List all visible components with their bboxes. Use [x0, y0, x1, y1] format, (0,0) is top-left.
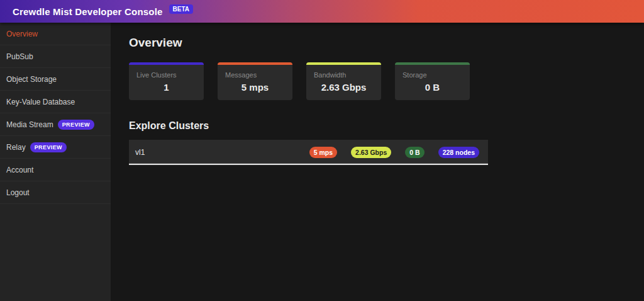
stat-value: 0 B [395, 82, 470, 93]
stat-accent-bar [218, 62, 292, 65]
preview-badge: PREVIEW [30, 142, 67, 152]
sidebar-item-label: Media Stream [6, 120, 53, 129]
sidebar-item-label: Relay [6, 143, 26, 152]
sidebar-item-key-value-database[interactable]: Key-Value Database [0, 91, 111, 113]
explore-clusters-title: Explore Clusters [129, 120, 644, 132]
sidebar-item-label: PubSub [6, 52, 33, 61]
cluster-nodes-badge: 228 nodes [438, 147, 479, 158]
stat-accent-bar [306, 62, 381, 65]
sidebar-item-label: Logout [6, 188, 30, 197]
cluster-name: vl1 [135, 148, 145, 157]
stat-card-messages: Messages 5 mps [218, 62, 292, 100]
sidebar: Overview PubSub Object Storage Key-Value… [0, 23, 111, 301]
sidebar-item-pubsub[interactable]: PubSub [0, 45, 111, 68]
sidebar-item-label: Key-Value Database [6, 98, 75, 106]
cluster-badges: 5 mps 2.63 Gbps 0 B 228 nodes [309, 147, 479, 158]
stat-label: Storage [402, 71, 470, 79]
stat-card-storage: Storage 0 B [395, 62, 470, 100]
sidebar-item-overview[interactable]: Overview [0, 23, 111, 45]
preview-badge: PREVIEW [58, 120, 94, 130]
cluster-row-underline [129, 163, 488, 165]
sidebar-item-label: Object Storage [6, 75, 57, 84]
app-title: Crewdle Mist Developer Console [13, 6, 163, 17]
cluster-row-vl1[interactable]: vl1 5 mps 2.63 Gbps 0 B 228 nodes [129, 140, 488, 165]
stat-label: Messages [225, 71, 292, 79]
sidebar-item-relay[interactable]: Relay PREVIEW [0, 136, 111, 159]
stat-value: 2.63 Gbps [306, 82, 381, 93]
app-header: Crewdle Mist Developer Console BETA [0, 0, 644, 23]
stats-row: Live Clusters 1 Messages 5 mps Bandwidth… [129, 62, 644, 100]
stat-label: Live Clusters [136, 71, 204, 79]
stat-card-live-clusters: Live Clusters 1 [129, 62, 204, 100]
sidebar-item-account[interactable]: Account [0, 159, 111, 181]
stat-label: Bandwidth [314, 71, 381, 79]
sidebar-item-media-stream[interactable]: Media Stream PREVIEW [0, 113, 111, 136]
stat-accent-bar [395, 62, 470, 65]
cluster-storage-badge: 0 B [405, 147, 424, 158]
stat-accent-bar [129, 62, 204, 65]
sidebar-item-object-storage[interactable]: Object Storage [0, 68, 111, 91]
app-layout: Overview PubSub Object Storage Key-Value… [0, 23, 644, 301]
page-title: Overview [129, 36, 644, 50]
stat-card-bandwidth: Bandwidth 2.63 Gbps [306, 62, 381, 100]
cluster-bandwidth-badge: 2.63 Gbps [351, 147, 391, 158]
stat-value: 5 mps [218, 82, 292, 93]
sidebar-item-label: Account [6, 166, 33, 174]
stat-value: 1 [129, 82, 204, 93]
main-content: Overview Live Clusters 1 Messages 5 mps … [111, 23, 644, 301]
sidebar-item-label: Overview [6, 30, 38, 38]
sidebar-item-logout[interactable]: Logout [0, 181, 111, 204]
cluster-mps-badge: 5 mps [309, 147, 337, 158]
beta-badge: BETA [169, 4, 193, 14]
